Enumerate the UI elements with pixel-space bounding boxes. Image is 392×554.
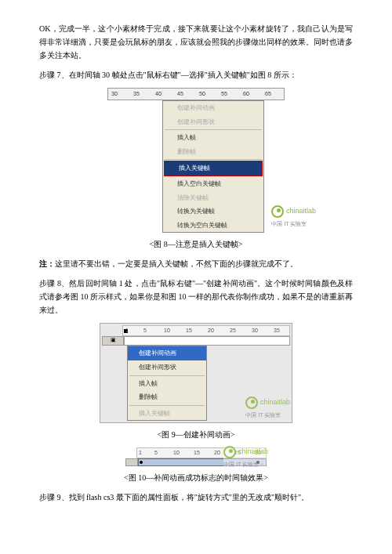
layer-label: ▣ [102,336,124,346]
menu-item-insert-frame[interactable]: 插入帧 [163,131,263,145]
menu-item-tween-shape[interactable]: 创建补间形状 [128,360,206,375]
watermark-logo: chinaitlab中国 IT 实验室 [271,205,316,230]
logo-icon [271,205,284,218]
separator [165,159,262,160]
paragraph-note: 注：这里请不要出错，一定要是插入关键帧，不然下面的步骤就完成不了。 [39,257,353,270]
menu-item-delete-frame[interactable]: 删除帧 [128,390,206,404]
menu-item-insert-keyframe[interactable]: 插入关键帧 [165,161,262,176]
highlight-box: 插入关键帧 [164,161,263,176]
separator [165,129,262,130]
context-menu: 创建补间动画 创建补间形状 插入帧 删除帧 插入关键帧 [127,346,207,421]
separator [129,405,205,406]
menu-item-tween-motion[interactable]: 创建补间动画 [163,101,263,115]
menu-item-insert-blank-keyframe[interactable]: 插入空白关键帧 [163,177,263,191]
document-page: OK，完成一半，这个小素材终于完成，接下来就要让这个小素材旋转了，我自己认为是写… [0,0,392,554]
paragraph-step7: 步骤 7、在时间轴 30 帧处点击"鼠标右键"—选择"插入关键帧"如图 8 所示… [39,68,353,81]
note-label: 注： [39,259,55,268]
menu-item-tween-shape[interactable]: 创建补间形状 [163,115,263,129]
watermark-logo: chinaitlab中国 IT 实验室 [223,446,268,470]
figure-9: 15101520253035 ▣ 创建补间动画 创建补间形状 插入帧 删除帧 插… [39,323,353,423]
keyframe-icon [140,461,143,464]
logo-icon [223,446,236,458]
separator [129,375,205,376]
menu-item-delete-frame[interactable]: 删除帧 [163,145,263,159]
menu-item-convert-keyframe[interactable]: 转换为关键帧 [163,205,263,219]
timeline-layer: ▣ [102,336,290,346]
paragraph-step8: 步骤 8、然后回时间轴 1 处，点击"鼠标右键"—"创建补间动画"。这个时候时间… [39,277,353,317]
menu-item-clear-keyframe[interactable]: 清除关键帧 [163,191,263,205]
watermark-logo: chinaitlab中国 IT 实验室 [245,396,290,421]
menu-item-insert-keyframe[interactable]: 插入关键帧 [128,407,206,421]
menu-item-convert-blank-keyframe[interactable]: 转换为空白关键帧 [163,219,263,233]
paragraph-step9: 步骤 9、找到 flash cs3 最下面的属性面板，将"旋转方式"里的无改成"… [39,491,353,504]
timeline-ruler: 15101520253035 [122,325,290,336]
paragraph-intro: OK，完成一半，这个小素材终于完成，接下来就要让这个小素材旋转了，我自己认为是写… [39,22,353,62]
caption-fig10: <图 10—补间动画成功标志的时间轴效果> [39,471,353,484]
caption-fig9: <图 9—创建补间动画> [39,428,353,441]
timeline-ruler: 3035404550556065 [107,88,285,100]
menu-item-tween-motion[interactable]: 创建补间动画 [128,346,206,360]
context-menu: 创建补间动画 创建补间形状 插入帧 删除帧 插入关键帧 插入空白关键帧 清除关键… [162,100,264,233]
menu-item-insert-frame[interactable]: 插入帧 [128,377,206,391]
logo-icon [245,396,258,409]
figure-10: 151015202530 → chinaitlab中国 IT 实验室 [39,447,353,466]
caption-fig8: <图 8—注意是插入关键帧> [39,237,353,251]
figure-8: 3035404550556065 创建补间动画 创建补间形状 插入帧 删除帧 插… [39,88,353,233]
